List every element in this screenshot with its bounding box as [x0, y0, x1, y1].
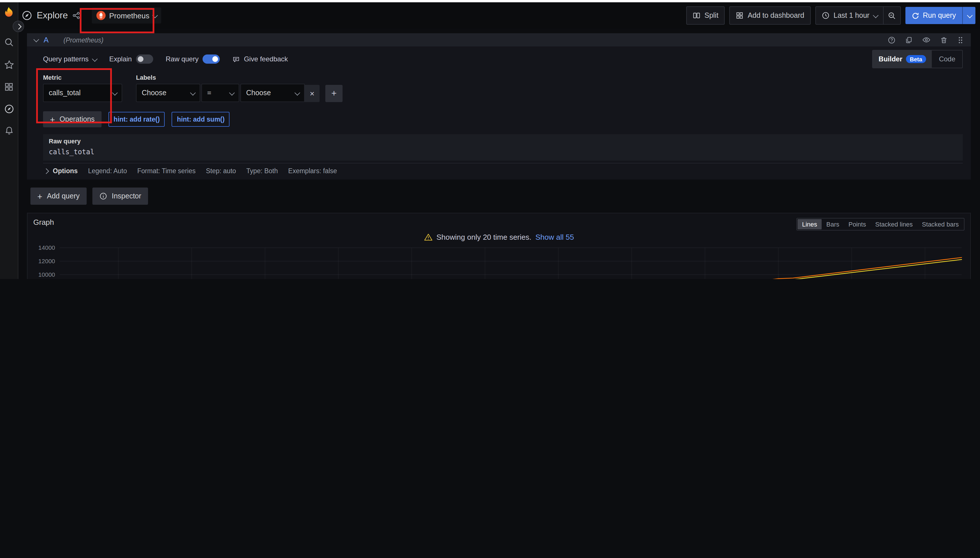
inspector-label: Inspector — [112, 192, 141, 200]
beta-badge: Beta — [906, 55, 926, 63]
inspector-button[interactable]: Inspector — [92, 187, 148, 205]
share-icon[interactable] — [72, 11, 81, 20]
option-exemplars: Exemplars: false — [288, 167, 337, 174]
grafana-logo[interactable] — [0, 6, 18, 18]
metric-label: Metric — [43, 74, 122, 81]
sidebar: ⚙ — [0, 2, 18, 279]
chevron-right-icon — [15, 23, 21, 29]
run-query-main[interactable]: Run query — [906, 7, 962, 24]
builder-code-switch: Builder Beta Code — [872, 50, 963, 68]
duplicate-query-icon[interactable] — [905, 36, 913, 44]
plus-icon: + — [37, 191, 43, 201]
warning-icon — [424, 233, 432, 241]
chevron-down-icon — [190, 90, 196, 95]
mode-points[interactable]: Points — [844, 219, 871, 230]
query-toolbar: Query patterns Explain Raw query — [43, 52, 963, 66]
drag-handle-icon[interactable] — [957, 36, 964, 44]
label-value-select[interactable]: Choose — [240, 84, 305, 102]
zoom-out-button[interactable] — [884, 6, 901, 25]
chevron-down-icon — [294, 90, 300, 95]
query-ref-id: A — [44, 36, 48, 44]
close-icon: × — [310, 89, 314, 98]
query-help-icon[interactable] — [888, 36, 896, 44]
mode-lines[interactable]: Lines — [797, 219, 822, 230]
graph-svg[interactable]: 0200040006000800010000120001400023:2523:… — [33, 243, 966, 279]
give-feedback-link[interactable]: Give feedback — [232, 55, 288, 63]
hide-query-eye-icon[interactable] — [922, 36, 931, 44]
labels-group: Labels Choose = Choose — [136, 66, 342, 102]
add-query-label: Add query — [47, 192, 80, 200]
metric-value: calls_total — [49, 89, 81, 97]
option-step: Step: auto — [206, 167, 236, 174]
metric-labels-row: Metric calls_total Labels Choose — [43, 66, 963, 102]
apps-grid-icon[interactable] — [0, 82, 18, 92]
collapse-chevron-icon[interactable] — [34, 37, 39, 43]
label-filter-row: Choose = Choose — [136, 84, 342, 102]
delete-query-trash-icon[interactable] — [940, 36, 948, 44]
label-op-value: = — [207, 89, 211, 97]
metric-group: Metric calls_total — [43, 66, 122, 102]
remove-label-filter-button[interactable]: × — [305, 85, 320, 102]
mode-bars[interactable]: Bars — [822, 219, 844, 230]
explain-toggle[interactable] — [136, 54, 153, 64]
label-key-select[interactable]: Choose — [136, 84, 200, 102]
plus-icon: + — [331, 88, 337, 98]
window-top-strip — [0, 0, 980, 2]
header-left: Explore Prometheus — [22, 7, 161, 23]
add-label-filter-button[interactable]: + — [326, 85, 342, 102]
run-query-button[interactable]: Run query — [906, 7, 975, 24]
label-op-select[interactable]: = — [201, 84, 239, 102]
time-range-picker[interactable]: Last 1 hour — [816, 6, 884, 25]
graph-header: Graph Lines Bars Points Stacked lines St… — [33, 218, 965, 231]
split-label: Split — [704, 11, 719, 20]
query-row-header[interactable]: A (Prometheus) — [27, 33, 971, 46]
chevron-down-icon — [967, 12, 973, 18]
add-to-dashboard-button[interactable]: Add to dashboard — [729, 6, 811, 25]
builder-label: Builder — [879, 55, 903, 63]
bell-icon[interactable] — [0, 126, 18, 136]
header-bar: Explore Prometheus — [0, 2, 980, 29]
label-key-placeholder: Choose — [142, 89, 166, 97]
operations-button[interactable]: + Operations — [43, 111, 102, 127]
header-actions: Split Add to dashboard Last 1 hour — [686, 6, 975, 25]
operations-row: + Operations hint: add rate() hint: add … — [43, 111, 963, 127]
labels-label: Labels — [136, 74, 342, 81]
options-row[interactable]: Options Legend: Auto Format: Time series… — [43, 163, 963, 178]
prometheus-icon — [97, 11, 106, 20]
add-query-button[interactable]: + Add query — [30, 187, 87, 205]
run-query-dropdown[interactable] — [962, 7, 975, 24]
warning-text: Showing only 20 time series. — [436, 233, 531, 241]
builder-tab[interactable]: Builder Beta — [873, 51, 932, 68]
graph-mode-switcher: Lines Bars Points Stacked lines Stacked … — [796, 218, 965, 231]
hint-add-sum-button[interactable]: hint: add sum() — [172, 112, 230, 127]
code-tab[interactable]: Code — [932, 55, 962, 63]
option-legend: Legend: Auto — [88, 167, 127, 174]
raw-query-label: Raw query — [49, 138, 957, 144]
sidebar-expand-button[interactable] — [13, 21, 24, 32]
metric-select[interactable]: calls_total — [43, 84, 122, 102]
split-button[interactable]: Split — [686, 6, 725, 25]
graph-panel: Graph Lines Bars Points Stacked lines St… — [27, 213, 971, 279]
svg-text:14000: 14000 — [38, 244, 55, 251]
raw-query-toggle-group: Raw query — [166, 54, 220, 64]
explore-footer-buttons: + Add query Inspector — [30, 187, 971, 205]
show-all-series-link[interactable]: Show all 55 — [535, 233, 574, 241]
hint-add-rate-button[interactable]: hint: add rate() — [109, 112, 165, 127]
datasource-picker[interactable]: Prometheus — [92, 7, 161, 23]
label-value-placeholder: Choose — [246, 89, 271, 97]
explain-toggle-group: Explain — [109, 54, 153, 64]
query-row-actions — [888, 36, 964, 44]
mode-stacked-lines[interactable]: Stacked lines — [871, 219, 918, 230]
raw-query-toggle[interactable] — [202, 54, 220, 64]
chevron-down-icon — [112, 90, 118, 95]
give-feedback-label: Give feedback — [244, 55, 288, 63]
option-type: Type: Both — [247, 167, 278, 174]
query-patterns-dropdown[interactable]: Query patterns — [43, 55, 97, 63]
series-limit-warning: Showing only 20 time series. Show all 55 — [33, 231, 965, 243]
explore-compass-icon[interactable] — [0, 104, 18, 114]
chevron-down-icon — [92, 56, 98, 62]
search-icon[interactable] — [0, 37, 18, 48]
mode-stacked-bars[interactable]: Stacked bars — [918, 219, 964, 230]
main-content: A (Prometheus) — [27, 29, 971, 279]
star-icon[interactable] — [0, 60, 18, 70]
